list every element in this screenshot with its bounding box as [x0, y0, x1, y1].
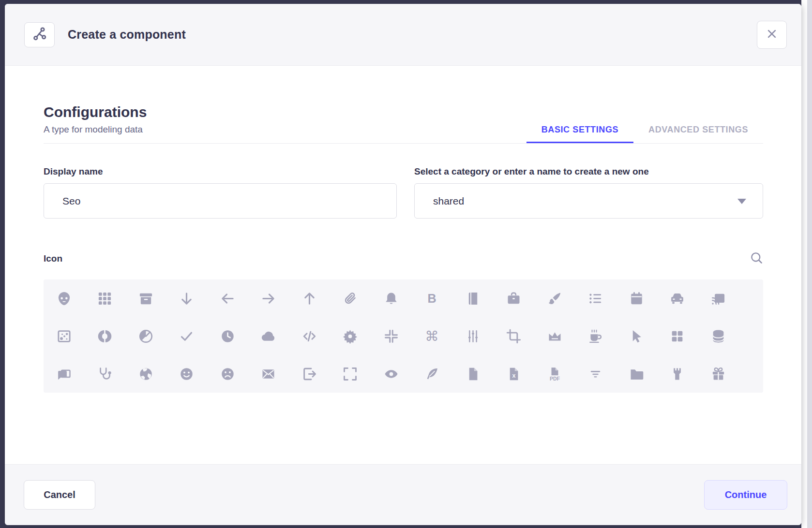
page-subtitle: A type for modeling data [44, 124, 147, 135]
category-label: Select a category or enter a name to cre… [414, 166, 649, 177]
calendar-icon[interactable] [626, 288, 647, 309]
modal-footer: Cancel Continue [5, 464, 801, 525]
code-icon[interactable] [299, 325, 320, 347]
brush-icon[interactable] [544, 288, 565, 309]
check-icon[interactable] [176, 325, 197, 347]
page-scrollbar-thumb[interactable] [807, 0, 812, 528]
discuss-icon[interactable] [53, 363, 75, 384]
modal-title: Create a component [68, 28, 186, 42]
arrow-down-icon[interactable] [176, 288, 197, 309]
cloud-icon[interactable] [258, 325, 279, 347]
alien-icon[interactable] [53, 288, 75, 309]
page-scrollbar-track[interactable] [801, 0, 812, 528]
category-select-value: shared [433, 195, 464, 207]
bullet-list-icon[interactable] [585, 288, 606, 309]
search-icon [750, 251, 763, 266]
emotion-unhappy-icon[interactable] [217, 363, 238, 384]
cast-icon[interactable] [707, 288, 729, 309]
cog-icon[interactable] [340, 325, 361, 347]
file-icon[interactable] [462, 363, 483, 384]
icon-label: Icon [44, 253, 62, 264]
crown-icon[interactable] [544, 325, 565, 347]
briefcase-icon[interactable] [503, 288, 525, 309]
icon-picker-header: Icon [44, 249, 763, 268]
earth-icon[interactable] [135, 363, 156, 384]
clock-icon[interactable] [217, 325, 238, 347]
section-heading: Configurations A type for modeling data [44, 103, 147, 135]
page-title: Configurations [44, 103, 147, 121]
envelop-icon[interactable] [258, 363, 279, 384]
emotion-happy-icon[interactable] [176, 363, 197, 384]
attachment-icon[interactable] [340, 288, 361, 309]
expand-icon[interactable] [340, 363, 361, 384]
cursor-icon[interactable] [626, 325, 647, 347]
svg-text:⌘: ⌘ [425, 329, 439, 344]
file-error-icon[interactable]: x [503, 363, 525, 384]
close-icon [767, 29, 777, 41]
cancel-button[interactable]: Cancel [24, 480, 95, 510]
tab-advanced-settings[interactable]: ADVANCED SETTINGS [633, 116, 763, 143]
file-pdf-icon[interactable]: PDF [544, 363, 565, 384]
bold-icon[interactable]: B [421, 288, 443, 309]
chevron-down-icon [737, 199, 746, 204]
modal-header: Create a component [5, 4, 801, 66]
display-name-label: Display name [44, 166, 103, 177]
tab-basic-settings[interactable]: BASIC SETTINGS [526, 116, 633, 143]
arrow-right-icon[interactable] [258, 288, 279, 309]
doctor-icon[interactable] [94, 363, 116, 384]
icon-panel: B⌘xPDF [44, 279, 763, 393]
svg-text:B: B [428, 292, 436, 305]
display-name-input[interactable] [44, 183, 397, 219]
apps-icon[interactable] [94, 288, 116, 309]
continue-button[interactable]: Continue [704, 480, 787, 510]
chart-bubble-icon[interactable] [53, 325, 75, 347]
folder-icon[interactable] [626, 363, 647, 384]
chart-pie-icon[interactable] [135, 325, 156, 347]
component-icon-box [24, 22, 55, 47]
eye-icon[interactable] [380, 363, 402, 384]
archive-icon[interactable] [135, 288, 156, 309]
dashboard-icon[interactable] [667, 325, 688, 347]
database-icon[interactable] [707, 325, 729, 347]
book-icon[interactable] [462, 288, 483, 309]
close-button[interactable] [757, 21, 787, 49]
arrow-left-icon[interactable] [217, 288, 238, 309]
icon-grid: B⌘xPDF [44, 279, 763, 393]
arrow-up-icon[interactable] [299, 288, 320, 309]
modal-body: Configurations A type for modeling data … [5, 66, 801, 464]
bell-icon[interactable] [380, 288, 402, 309]
car-icon[interactable] [667, 288, 688, 309]
icon-search-button[interactable] [750, 251, 763, 266]
settings-tabs: BASIC SETTINGS ADVANCED SETTINGS [526, 116, 763, 143]
collapse-icon[interactable] [380, 325, 402, 347]
tabs-divider [44, 143, 763, 144]
filter-icon[interactable] [585, 363, 606, 384]
sliders-icon[interactable] [462, 325, 483, 347]
exit-icon[interactable] [299, 363, 320, 384]
gift-icon[interactable] [707, 363, 729, 384]
category-select[interactable]: shared [414, 183, 763, 219]
svg-text:x: x [512, 372, 516, 379]
create-component-modal: Create a component Configurations A type… [5, 4, 801, 525]
feather-icon[interactable] [421, 363, 443, 384]
chart-circle-icon[interactable] [94, 325, 116, 347]
crop-icon[interactable] [503, 325, 525, 347]
component-icon [32, 27, 47, 43]
svg-text:PDF: PDF [550, 376, 560, 381]
cup-icon[interactable] [585, 325, 606, 347]
fork-icon[interactable] [667, 363, 688, 384]
command-icon[interactable]: ⌘ [421, 325, 443, 347]
